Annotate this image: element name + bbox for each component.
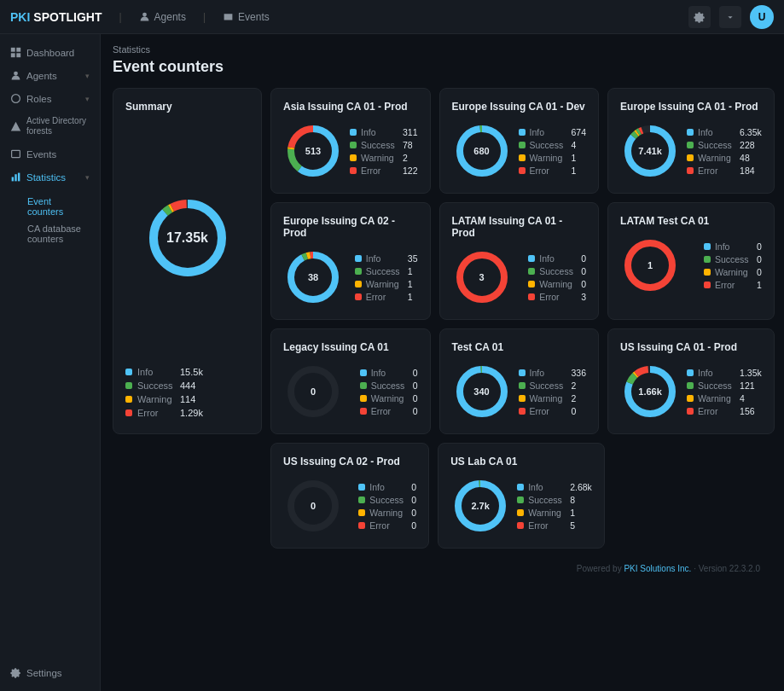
sidebar-item-statistics[interactable]: Statistics ▾ — [0, 165, 100, 189]
nav-events[interactable]: Events — [223, 11, 270, 23]
donut: 2.7k — [450, 476, 510, 536]
stats-list: Info2.68k Success8 Warning1 Error5 — [517, 482, 592, 531]
sidebar-item-roles[interactable]: Roles ▾ — [0, 87, 100, 110]
svg-rect-7 — [12, 150, 20, 157]
roles-icon — [10, 93, 21, 104]
stats-list: Info6.35k Success228 Warning48 Error184 — [687, 127, 762, 176]
card-title: Europe Issuing CA 02 - Prod — [283, 215, 418, 239]
card-title: Asia Issuing CA 01 - Prod — [283, 101, 418, 113]
card-us-lab-ca01: US Lab CA 01 2.7k Info2.68k Success8 Wa — [438, 443, 605, 549]
stats-list: Info35 Success1 Warning1 Error1 — [355, 253, 418, 302]
svg-rect-1 — [11, 48, 15, 52]
logo-spotlight: SPOTLIGHT — [33, 10, 102, 24]
card-us-ca02-prod: US Issuing CA 02 - Prod 0 Info0 Success0… — [270, 443, 429, 549]
stats-list: Info311 Success78 Warning2 Error122 — [350, 127, 418, 176]
sidebar-item-agents[interactable]: Agents ▾ — [0, 64, 100, 87]
summary-title: Summary — [125, 101, 249, 113]
sidebar-sub-ca-database[interactable]: CA database counters — [17, 220, 100, 247]
card-europe-ca01-prod: Europe Issuing CA 01 - Prod 7.41k — [607, 88, 775, 194]
agents-sidebar-icon — [10, 70, 21, 81]
donut-europe-prod: 7.41k — [620, 121, 680, 181]
svg-point-6 — [12, 95, 20, 103]
sidebar-label-events: Events — [26, 149, 56, 160]
warning-dot — [125, 396, 132, 403]
donut: 340 — [452, 362, 512, 421]
footer: Powered by PKI Solutions Inc. · Version … — [113, 559, 772, 578]
statistics-chevron: ▾ — [85, 173, 90, 182]
page-title: Event counters — [113, 58, 772, 76]
donut-value: 0 — [311, 386, 316, 397]
sidebar: Dashboard Agents ▾ Roles ▾ Active Direct… — [0, 34, 101, 691]
dashboard-icon — [10, 47, 21, 58]
footer-version: 22.3.2.0 — [729, 564, 760, 573]
events-sidebar-icon — [10, 148, 21, 160]
donut-value: 7.41k — [638, 146, 662, 156]
card-test-ca01: Test CA 01 340 Info336 Success2 Warning — [439, 328, 600, 434]
sidebar-label-dashboard: Dashboard — [26, 48, 74, 58]
sidebar-label-agents: Agents — [26, 71, 57, 81]
nav-right: U — [688, 5, 774, 29]
settings-sidebar-icon — [10, 667, 21, 678]
card-legacy-ca01: Legacy Issuing CA 01 0 Info0 Success0 Wa… — [270, 328, 431, 434]
app-logo: PKI SPOTLIGHT — [10, 10, 102, 24]
stats-list: Info674 Success4 Warning1 Error1 — [519, 127, 587, 176]
stats-list: Info0 Success0 Warning0 Error1 — [704, 241, 762, 290]
settings-button[interactable] — [688, 6, 711, 28]
agents-chevron: ▾ — [85, 72, 90, 80]
card-title: Legacy Issuing CA 01 — [283, 341, 418, 353]
donut-value: 2.7k — [471, 501, 489, 511]
card-title: Test CA 01 — [452, 341, 587, 353]
stats-list: Info0 Success0 Warning0 Error0 — [360, 368, 418, 416]
summary-stat-info: Info 15.5k — [125, 367, 249, 377]
donut-value: 38 — [308, 272, 318, 282]
donut-value: 680 — [473, 146, 489, 156]
error-dot — [125, 409, 132, 416]
donut-value: 340 — [473, 386, 489, 397]
download-button[interactable] — [719, 6, 741, 28]
donut-europe-dev: 680 — [452, 121, 512, 181]
svg-rect-2 — [16, 48, 20, 52]
sidebar-sub-event-counters[interactable]: Event counters — [17, 193, 100, 220]
nav-divider2: | — [203, 11, 206, 23]
donut: 38 — [283, 247, 343, 307]
sidebar-item-settings[interactable]: Settings — [0, 661, 100, 684]
footer-version-label: Version — [699, 564, 727, 573]
user-avatar[interactable]: U — [750, 5, 774, 29]
donut: 0 — [283, 362, 343, 421]
download-icon — [724, 11, 736, 23]
sidebar-label-forests: Active Directory forests — [26, 116, 90, 136]
donut: 1.66k — [620, 362, 680, 421]
stats-list: Info1.35k Success121 Warning4 Error156 — [687, 368, 762, 416]
breadcrumb: Statistics — [113, 44, 772, 55]
card-title: US Issuing CA 02 - Prod — [283, 456, 416, 467]
svg-point-0 — [142, 13, 147, 17]
summary-stat-error: Error 1.29k — [125, 408, 249, 418]
footer-company[interactable]: PKI Solutions Inc. — [624, 564, 691, 573]
donut-asia: 513 — [283, 121, 343, 181]
forests-icon — [10, 121, 21, 132]
svg-point-5 — [14, 72, 18, 76]
sidebar-sub-statistics: Event counters CA database counters — [0, 189, 100, 252]
footer-powered-by: Powered by — [577, 564, 622, 573]
footer-separator: · — [694, 564, 696, 573]
svg-rect-9 — [15, 174, 16, 181]
donut: 1 — [620, 235, 680, 295]
card-us-ca01-prod: US Issuing CA 01 - Prod 1.66k Inf — [607, 328, 775, 434]
svg-rect-10 — [18, 173, 20, 182]
main-content: Statistics Event counters Summary — [101, 34, 784, 691]
stats-list: Info0 Success0 Warning0 Error0 — [358, 482, 416, 531]
stats-list: Info336 Success2 Warning2 Error0 — [519, 368, 587, 416]
card-title: Europe Issuing CA 01 - Prod — [620, 101, 762, 113]
donut: 3 — [452, 247, 512, 307]
nav-agents[interactable]: Agents — [139, 11, 186, 23]
donut-value: 513 — [305, 146, 321, 156]
sidebar-item-forests[interactable]: Active Directory forests — [0, 110, 100, 142]
sidebar-item-events[interactable]: Events — [0, 142, 100, 165]
sidebar-item-dashboard[interactable]: Dashboard — [0, 41, 100, 64]
events-icon — [223, 11, 234, 22]
summary-stat-success: Success 444 — [125, 380, 249, 391]
card-title: LATAM Issuing CA 01 - Prod — [452, 215, 587, 239]
card-title: LATAM Test CA 01 — [620, 215, 762, 227]
nav-divider: | — [119, 11, 121, 23]
sidebar-label-settings: Settings — [26, 668, 62, 678]
